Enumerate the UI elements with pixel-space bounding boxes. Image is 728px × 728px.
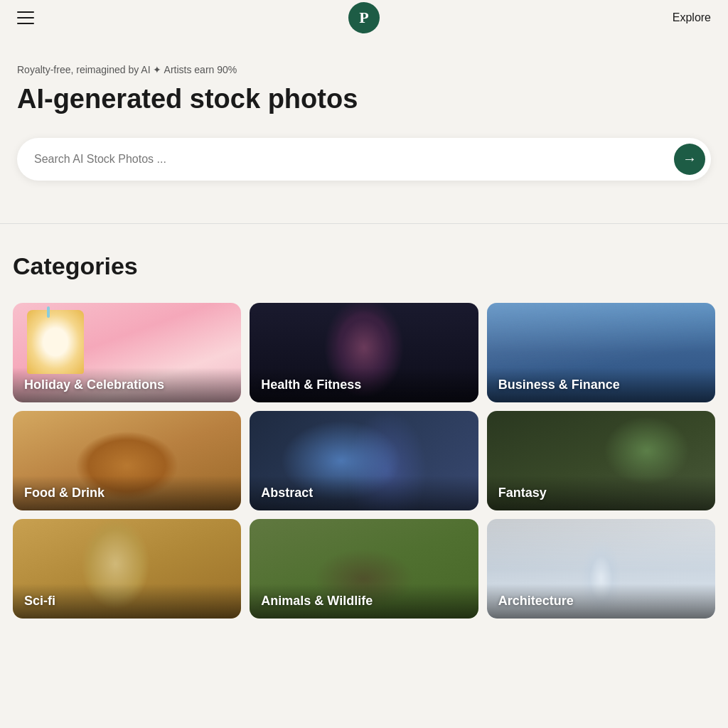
section-divider [0,223,728,224]
header: P Explore [0,0,728,36]
category-card-abstract[interactable]: Abstract [250,411,478,510]
categories-grid: Holiday & CelebrationsHealth & FitnessBu… [13,303,715,619]
category-overlay-holiday: Holiday & Celebrations [13,368,241,402]
logo-circle: P [348,2,380,33]
category-overlay-food: Food & Drink [13,476,241,510]
category-label-scifi: Sci-fi [24,594,55,608]
category-label-business: Business & Finance [498,378,620,392]
header-left [17,11,34,24]
category-label-health: Health & Fitness [261,378,361,392]
category-card-animals[interactable]: Animals & Wildlife [250,519,478,619]
categories-section: Categories Holiday & CelebrationsHealth … [0,252,728,619]
hero-subtitle: Royalty-free, reimagined by AI ✦ Artists… [17,64,711,75]
category-card-food[interactable]: Food & Drink [13,411,241,510]
categories-title: Categories [13,252,715,280]
category-overlay-scifi: Sci-fi [13,584,241,619]
category-overlay-architecture: Architecture [487,584,715,619]
logo-letter: P [359,10,368,26]
category-label-architecture: Architecture [498,594,574,608]
search-input[interactable] [34,153,674,166]
category-overlay-animals: Animals & Wildlife [250,584,478,619]
category-label-holiday: Holiday & Celebrations [24,378,164,392]
category-label-abstract: Abstract [261,486,313,500]
category-card-architecture[interactable]: Architecture [487,519,715,619]
category-label-animals: Animals & Wildlife [261,594,373,608]
search-arrow-icon: → [682,151,697,167]
category-card-fantasy[interactable]: Fantasy [487,411,715,510]
hero-section: Royalty-free, reimagined by AI ✦ Artists… [0,36,728,223]
category-overlay-health: Health & Fitness [250,368,478,402]
menu-icon[interactable] [17,11,34,24]
category-overlay-business: Business & Finance [487,368,715,402]
search-button[interactable]: → [674,144,705,175]
search-bar: → [17,138,711,181]
category-card-scifi[interactable]: Sci-fi [13,519,241,619]
category-card-holiday[interactable]: Holiday & Celebrations [13,303,241,402]
category-card-health[interactable]: Health & Fitness [250,303,478,402]
category-overlay-abstract: Abstract [250,476,478,510]
category-label-food: Food & Drink [24,486,105,500]
logo[interactable]: P [348,2,380,33]
explore-button[interactable]: Explore [673,11,711,24]
hero-title: AI-generated stock photos [17,84,711,115]
category-label-fantasy: Fantasy [498,486,547,500]
category-card-business[interactable]: Business & Finance [487,303,715,402]
category-overlay-fantasy: Fantasy [487,476,715,510]
